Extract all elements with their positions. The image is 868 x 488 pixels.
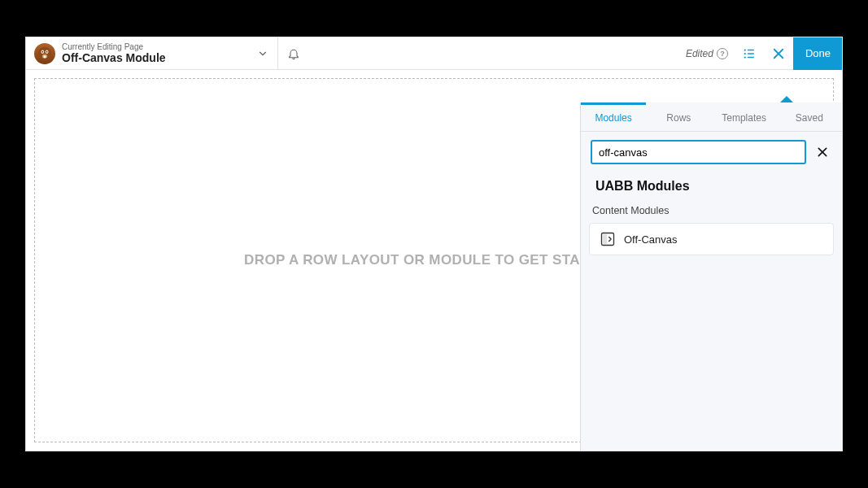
search-row: [581, 132, 842, 171]
edited-status[interactable]: Edited ?: [686, 48, 735, 59]
off-canvas-icon: [600, 231, 616, 247]
modules-section-title: UABB Modules: [581, 171, 842, 200]
content-panel: Modules Rows Templates Saved UABB Module…: [580, 102, 842, 451]
tab-rows[interactable]: Rows: [646, 102, 711, 131]
svg-point-9: [744, 52, 746, 54]
drop-zone-message: DROP A ROW LAYOUT OR MODULE TO GET START…: [244, 252, 624, 268]
outline-panel-button[interactable]: [735, 37, 764, 70]
modules-group-label: Content Modules: [581, 200, 842, 223]
done-label: Done: [805, 47, 831, 59]
app-window: Currently Editing Page Off-Canvas Module…: [25, 37, 843, 451]
beaver-logo-icon: [34, 43, 55, 64]
tab-templates[interactable]: Templates: [712, 102, 777, 131]
outline-icon: [742, 46, 757, 61]
panel-tabs: Modules Rows Templates Saved: [581, 102, 842, 132]
canvas-area: DROP A ROW LAYOUT OR MODULE TO GET START…: [26, 70, 842, 451]
svg-rect-10: [748, 53, 754, 54]
svg-rect-8: [748, 49, 754, 50]
notifications-button[interactable]: [278, 37, 309, 70]
svg-rect-14: [603, 234, 607, 244]
title-chevron-button[interactable]: [247, 37, 278, 70]
help-icon: ?: [717, 48, 728, 59]
module-item-off-canvas[interactable]: Off-Canvas: [589, 223, 834, 255]
svg-point-7: [744, 49, 746, 50]
bell-icon: [287, 47, 300, 60]
edited-label: Edited: [686, 48, 713, 59]
tab-saved[interactable]: Saved: [777, 102, 842, 131]
svg-rect-12: [748, 56, 754, 58]
svg-point-4: [46, 51, 48, 53]
search-clear-button[interactable]: [813, 142, 832, 162]
top-toolbar: Currently Editing Page Off-Canvas Module…: [26, 37, 842, 70]
close-panel-button[interactable]: [764, 37, 793, 70]
close-icon: [816, 146, 829, 159]
editing-context-label: Currently Editing Page: [62, 42, 166, 52]
done-button[interactable]: Done: [793, 37, 842, 70]
tab-modules[interactable]: Modules: [581, 102, 646, 131]
title-block[interactable]: Currently Editing Page Off-Canvas Module: [26, 37, 278, 70]
search-input[interactable]: [591, 140, 806, 164]
svg-point-0: [38, 46, 52, 60]
module-item-label: Off-Canvas: [624, 233, 678, 246]
svg-point-11: [744, 56, 746, 58]
svg-rect-6: [44, 55, 46, 58]
svg-point-3: [42, 51, 44, 53]
page-title: Off-Canvas Module: [62, 51, 166, 64]
close-icon: [771, 46, 786, 61]
chevron-down-icon: [257, 48, 268, 59]
